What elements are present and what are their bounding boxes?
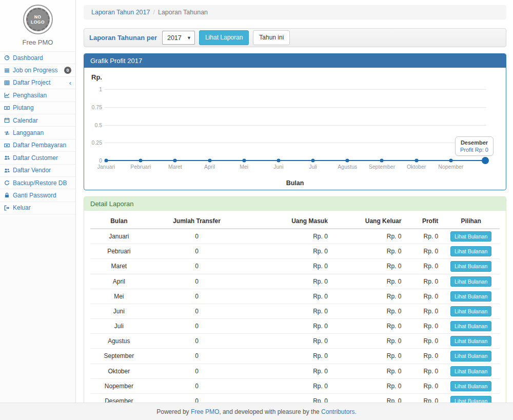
cell: Rp. 0 xyxy=(332,364,406,378)
year-select-value: 2017 xyxy=(167,34,182,42)
cell: Rp. 0 xyxy=(332,378,406,393)
cell-actions: Lihat Bulanan xyxy=(442,378,500,393)
cell-actions: Lihat Bulanan xyxy=(442,349,500,364)
calendar-icon xyxy=(4,117,10,124)
sidebar-item-daftar-vendor[interactable]: Daftar Vendor xyxy=(0,165,75,177)
data-point-maret[interactable] xyxy=(173,159,177,163)
y-tick-label: 1 xyxy=(99,86,102,92)
lihat-bulanan-button[interactable]: Lihat Bulanan xyxy=(450,381,491,391)
table-icon xyxy=(4,79,10,86)
data-point-september[interactable] xyxy=(380,159,384,163)
dashboard-icon xyxy=(4,55,10,61)
chart-panel-title: Grafik Profit 2017 xyxy=(84,54,506,68)
sidebar-item-dashboard[interactable]: Dashboard xyxy=(0,52,75,64)
contributors-link[interactable]: Contributors. xyxy=(321,408,357,415)
data-point-mei[interactable] xyxy=(242,159,246,163)
lihat-bulanan-button[interactable]: Lihat Bulanan xyxy=(450,261,491,271)
table-row: Agustus0Rp. 0Rp. 0Rp. 0Lihat Bulanan xyxy=(90,334,500,349)
logo-text-line1: NO xyxy=(34,14,42,19)
table-row: Juni0Rp. 0Rp. 0Rp. 0Lihat Bulanan xyxy=(90,304,500,318)
lihat-bulanan-button[interactable]: Lihat Bulanan xyxy=(450,321,491,331)
column-header-pilihan: Pilihan xyxy=(442,214,500,229)
cell-actions: Lihat Bulanan xyxy=(442,229,500,244)
users-icon xyxy=(4,167,10,173)
cell: Rp. 0 xyxy=(405,378,442,393)
breadcrumb-link[interactable]: Laporan Tahun 2017 xyxy=(91,9,150,16)
cell: 0 xyxy=(148,229,246,244)
data-point-nopember[interactable] xyxy=(449,159,452,163)
cell: 0 xyxy=(148,259,246,274)
year-select[interactable]: 2017 ▼ xyxy=(162,31,195,45)
sidebar-item-ganti-password[interactable]: Ganti Password xyxy=(0,189,75,202)
table-row: Januari0Rp. 0Rp. 0Rp. 0Lihat Bulanan xyxy=(90,229,500,244)
cell: Rp. 0 xyxy=(246,364,332,378)
cell: Rp. 0 xyxy=(246,319,332,334)
data-point-agustus[interactable] xyxy=(346,159,349,163)
table-row: Oktober0Rp. 0Rp. 0Rp. 0Lihat Bulanan xyxy=(90,364,500,378)
sidebar-item-backup-restore-db[interactable]: Backup/Restore DB xyxy=(0,177,75,189)
lihat-bulanan-button[interactable]: Lihat Bulanan xyxy=(450,366,491,376)
cell-actions: Lihat Bulanan xyxy=(442,274,500,289)
lock-icon xyxy=(4,192,10,198)
data-point-april[interactable] xyxy=(208,159,211,163)
no-logo-emblem: NO LOGO xyxy=(26,8,50,31)
data-point-januari[interactable] xyxy=(105,159,108,163)
lihat-bulanan-button[interactable]: Lihat Bulanan xyxy=(450,351,491,361)
cell: September xyxy=(90,349,148,364)
sidebar-item-keluar[interactable]: Keluar xyxy=(0,202,75,214)
lihat-bulanan-button[interactable]: Lihat Bulanan xyxy=(450,231,491,242)
cell: Rp. 0 xyxy=(405,364,442,378)
cell: Mei xyxy=(90,289,148,304)
x-tick-label: Agustus xyxy=(338,164,357,170)
footer: Powered by Free PMO, and developed with … xyxy=(0,403,513,420)
sidebar-item-penghasilan[interactable]: Penghasilan xyxy=(0,89,75,102)
lihat-bulanan-button[interactable]: Lihat Bulanan xyxy=(450,306,491,316)
table-header: BulanJumlah TransferUang MasukUang Kelua… xyxy=(90,214,500,229)
sidebar-item-calendar[interactable]: Calendar xyxy=(0,114,75,127)
cell: Rp. 0 xyxy=(405,334,442,349)
cell: Rp. 0 xyxy=(246,304,332,318)
cell: Rp. 0 xyxy=(405,349,442,364)
retweet-icon xyxy=(4,130,10,136)
free-pmo-link[interactable]: Free PMO xyxy=(191,408,219,415)
cell: Rp. 0 xyxy=(332,304,406,318)
sidebar-item-label: Penghasilan xyxy=(13,92,71,99)
sidebar-item-label: Job on Progress xyxy=(13,67,61,74)
lihat-bulanan-button[interactable]: Lihat Bulanan xyxy=(450,246,491,256)
lihat-bulanan-button[interactable]: Lihat Bulanan xyxy=(450,276,491,287)
sidebar-item-daftar-pembayaran[interactable]: Daftar Pembayaran xyxy=(0,139,75,152)
count-badge: 0 xyxy=(64,67,71,74)
x-tick-label: September xyxy=(369,164,395,170)
data-point-desember[interactable] xyxy=(482,157,489,164)
main-content: Laporan Tahun 2017/Laporan Tahunan Lapor… xyxy=(76,0,513,420)
sidebar-item-label: Calendar xyxy=(13,117,71,124)
sidebar-item-daftar-project[interactable]: Daftar Project‹ xyxy=(0,77,75,89)
tahun-ini-button[interactable]: Tahun ini xyxy=(253,30,290,45)
x-tick-label: Januari xyxy=(97,164,115,170)
sidebar-item-daftar-customer[interactable]: Daftar Customer xyxy=(0,152,75,164)
data-point-oktober[interactable] xyxy=(415,159,418,163)
sidebar-item-langganan[interactable]: Langganan xyxy=(0,127,75,139)
cell: Agustus xyxy=(90,334,148,349)
lihat-laporan-button[interactable]: Lihat Laporan xyxy=(199,30,249,45)
lihat-bulanan-button[interactable]: Lihat Bulanan xyxy=(450,336,491,346)
users-icon xyxy=(4,155,10,161)
cell: Rp. 0 xyxy=(332,259,406,274)
data-point-juni[interactable] xyxy=(277,159,280,163)
cell: Rp. 0 xyxy=(405,259,442,274)
x-tick-label: April xyxy=(204,164,215,170)
lihat-bulanan-button[interactable]: Lihat Bulanan xyxy=(450,291,491,302)
cell: Rp. 0 xyxy=(246,274,332,289)
sidebar-item-label: Daftar Project xyxy=(13,79,66,86)
cell: Rp. 0 xyxy=(332,334,406,349)
table-header-row: BulanJumlah TransferUang MasukUang Kelua… xyxy=(90,214,500,229)
data-point-pebruari[interactable] xyxy=(139,159,143,163)
data-point-juli[interactable] xyxy=(311,159,315,163)
sidebar-item-piutang[interactable]: Piutang xyxy=(0,102,75,114)
cell-actions: Lihat Bulanan xyxy=(442,304,500,318)
sidebar-item-job-on-progress[interactable]: Job on Progress0 xyxy=(0,64,75,76)
cell: Rp. 0 xyxy=(332,244,406,259)
column-header-jumlah-transfer: Jumlah Transfer xyxy=(148,214,246,229)
cell: Rp. 0 xyxy=(405,304,442,318)
cell: Rp. 0 xyxy=(405,244,442,259)
